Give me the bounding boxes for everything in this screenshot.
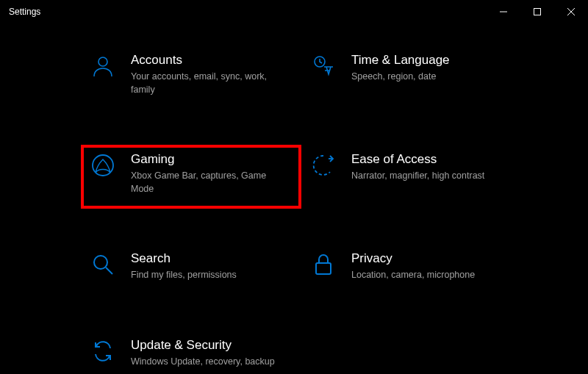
category-title: Accounts — [131, 53, 293, 68]
category-desc: Xbox Game Bar, captures, Game Mode — [131, 170, 278, 195]
search-icon — [90, 251, 116, 278]
accounts-icon — [90, 53, 116, 79]
category-ease-of-access[interactable]: Ease of Access Narrator, magnifier, high… — [301, 145, 522, 209]
category-title: Search — [131, 251, 293, 266]
window-title: Settings — [9, 7, 40, 17]
category-desc: Narrator, magnifier, high contrast — [351, 170, 498, 183]
category-title: Time & Language — [351, 53, 513, 68]
category-time-language[interactable]: Time & Language Speech, region, date — [301, 46, 522, 109]
gaming-icon — [90, 152, 116, 179]
category-accounts[interactable]: Accounts Your accounts, email, sync, wor… — [81, 46, 301, 109]
svg-rect-1 — [534, 9, 541, 15]
category-desc: Your accounts, email, sync, work, family — [131, 71, 278, 96]
category-update-security[interactable]: Update & Security Windows Update, recove… — [81, 331, 301, 375]
category-desc: Location, camera, microphone — [351, 269, 498, 282]
time-language-icon — [310, 53, 337, 79]
titlebar: Settings — [0, 0, 588, 24]
category-gaming[interactable]: Gaming Xbox Game Bar, captures, Game Mod… — [81, 145, 301, 209]
ease-of-access-icon — [310, 152, 337, 179]
category-desc: Speech, region, date — [351, 71, 498, 84]
minimize-button[interactable] — [487, 0, 520, 24]
category-title: Gaming — [131, 152, 293, 167]
category-title: Update & Security — [131, 338, 293, 353]
category-title: Ease of Access — [351, 152, 513, 167]
category-search[interactable]: Search Find my files, permissions — [81, 244, 301, 295]
category-privacy[interactable]: Privacy Location, camera, microphone — [301, 244, 522, 295]
svg-point-7 — [94, 256, 107, 269]
maximize-button[interactable] — [520, 0, 554, 24]
settings-categories: Accounts Your accounts, email, sync, wor… — [0, 24, 588, 374]
category-desc: Windows Update, recovery, backup — [131, 356, 278, 369]
svg-rect-9 — [316, 263, 331, 274]
close-button[interactable] — [554, 0, 588, 24]
svg-point-4 — [98, 57, 107, 66]
privacy-icon — [310, 251, 337, 278]
window-controls — [487, 0, 588, 24]
category-title: Privacy — [351, 251, 513, 266]
svg-line-8 — [106, 267, 112, 274]
update-security-icon — [90, 338, 116, 364]
category-desc: Find my files, permissions — [131, 269, 278, 282]
